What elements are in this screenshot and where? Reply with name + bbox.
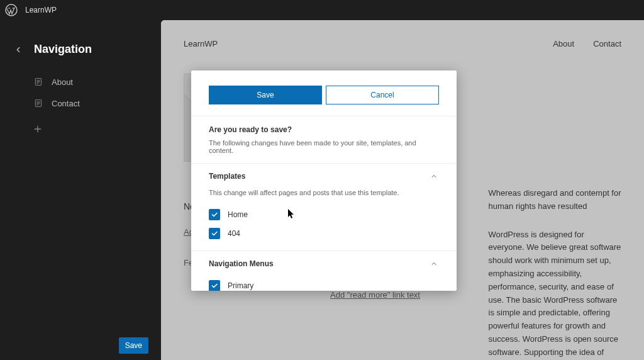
checkbox-label: 404 (228, 229, 240, 238)
checkbox-primary[interactable] (209, 280, 220, 291)
sidebar-save-button[interactable]: Save (119, 337, 148, 354)
sidebar-item-about[interactable]: About (28, 71, 156, 93)
page-icon (33, 98, 44, 109)
modal-description: The following changes have been made to … (209, 139, 439, 154)
checkbox-label: Primary (228, 281, 253, 290)
save-modal: Save Cancel Are you ready to save? The f… (191, 70, 457, 291)
section-title-templates: Templates (209, 172, 245, 181)
sidebar-item-contact[interactable]: Contact (28, 93, 156, 114)
chevron-up-icon[interactable] (429, 171, 439, 181)
section-desc-templates: This change will affect pages and posts … (209, 189, 439, 196)
chevron-up-icon[interactable] (429, 259, 439, 269)
modal-prompt: Are you ready to save? (209, 125, 439, 134)
checkbox-home[interactable] (209, 209, 220, 220)
add-item-button[interactable] (28, 119, 48, 139)
sidebar-item-label: About (52, 77, 73, 87)
checkbox-404[interactable] (209, 228, 220, 239)
cancel-button[interactable]: Cancel (326, 86, 439, 104)
save-button[interactable]: Save (209, 86, 322, 104)
section-title-nav-menus: Navigation Menus (209, 259, 274, 268)
sidebar-panel: Navigation About Contact Save (0, 20, 161, 360)
back-button[interactable] (13, 44, 24, 55)
topbar-site-name: LearnWP (25, 6, 57, 14)
page-icon (33, 76, 44, 87)
sidebar-item-label: Contact (52, 99, 80, 108)
wordpress-logo-icon[interactable] (5, 4, 18, 16)
checkbox-label: Home (228, 210, 248, 219)
sidebar-title: Navigation (34, 43, 92, 56)
